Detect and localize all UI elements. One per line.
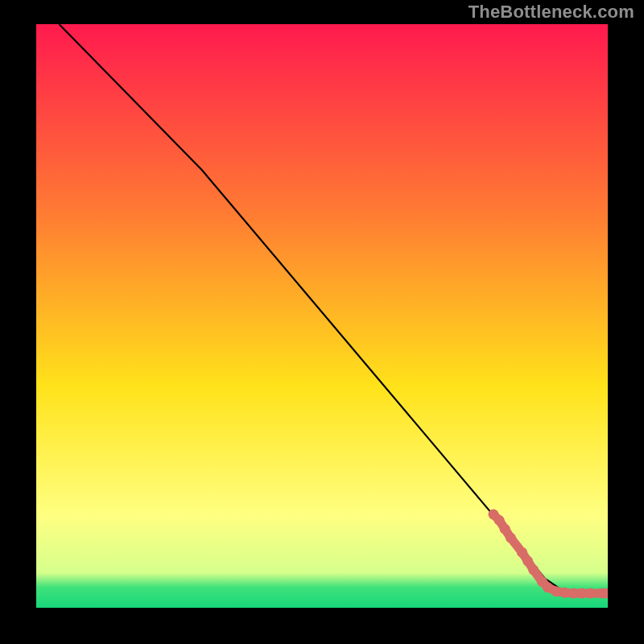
chart-svg bbox=[36, 24, 608, 608]
marker-dot bbox=[522, 556, 533, 567]
marker-dot bbox=[517, 547, 527, 558]
gradient-background bbox=[36, 24, 608, 608]
marker-dot bbox=[585, 588, 596, 598]
marker-dot bbox=[494, 515, 505, 526]
marker-dot bbox=[506, 533, 516, 543]
app-frame: TheBottleneck.com bbox=[0, 0, 644, 644]
marker-dot bbox=[500, 524, 510, 535]
chart-plot bbox=[36, 24, 608, 608]
attribution-label: TheBottleneck.com bbox=[469, 2, 634, 23]
marker-dot bbox=[528, 564, 539, 575]
